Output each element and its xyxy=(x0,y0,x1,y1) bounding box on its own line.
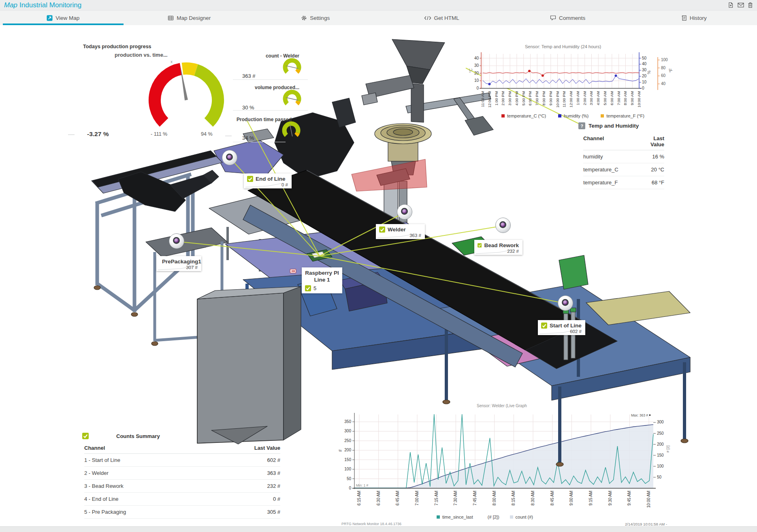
page-title-prefix: Map xyxy=(4,1,17,9)
svg-text:7:00 PM: 7:00 PM xyxy=(535,91,539,105)
tab-view-map[interactable]: View Map xyxy=(0,11,126,25)
tab-label: Get HTML xyxy=(434,15,459,21)
svg-text:%: % xyxy=(647,71,651,74)
tab-history[interactable]: History xyxy=(631,11,757,25)
svg-text:40: 40 xyxy=(661,81,666,86)
table-row[interactable]: temperature_C20 °C xyxy=(583,163,664,176)
prtg-version-text: PRTG Network Monitor 18.4.46.1736 xyxy=(341,522,401,526)
temp-humidity-table: ChannelLast Valuehumidity16 %temperature… xyxy=(583,134,664,189)
page-title: MapIndustrial Monitoring xyxy=(4,1,81,9)
svg-text:3:00 PM: 3:00 PM xyxy=(508,91,512,105)
svg-text:12:00 PM: 12:00 PM xyxy=(487,91,492,108)
sensor-label-welder[interactable]: Welder 363 # xyxy=(376,224,425,239)
tab-label: Comments xyxy=(559,15,585,21)
welder-chart-legend: time_since_last(# [2])count (#) xyxy=(437,515,533,519)
table-row[interactable]: 1 - Start of Line602 # xyxy=(84,454,280,467)
table-header: ChannelLast Value xyxy=(583,134,664,150)
tab-label: Settings xyxy=(310,15,330,21)
sensor-label-end-of-line[interactable]: End of Line 0 # xyxy=(244,173,292,188)
svg-text:5:00 AM: 5:00 AM xyxy=(603,91,607,105)
svg-text:9:00 PM: 9:00 PM xyxy=(548,91,553,105)
map-designer-icon xyxy=(168,15,174,21)
tab-comments[interactable]: Comments xyxy=(505,11,631,25)
table-row[interactable]: 2 - Welder363 # xyxy=(84,467,280,480)
production-gauge[interactable]: x xyxy=(134,58,239,139)
tab-bar: View Map Map Designer Settings Get HTML … xyxy=(0,11,757,25)
table-row[interactable]: humidity16 % xyxy=(583,150,664,163)
webcam-end-of-line[interactable] xyxy=(222,150,238,166)
counts-summary-title: Counts Summary xyxy=(116,433,160,439)
svg-text:20: 20 xyxy=(642,74,647,78)
get-html-icon xyxy=(424,15,431,21)
gauge-marker: x xyxy=(171,60,173,64)
comments-icon xyxy=(550,15,556,21)
legend-item: temperature_C (°C) xyxy=(501,113,546,118)
sensor-label-bead-rework[interactable]: Bead Rework 232 # xyxy=(474,240,522,255)
tab-get-html[interactable]: Get HTML xyxy=(379,11,505,25)
table-row[interactable]: 5 - Pre Packaging305 # xyxy=(84,506,280,519)
svg-text:1:00 PM: 1:00 PM xyxy=(494,91,499,105)
svg-text:Sensor: Temp and Humidity (24: Sensor: Temp and Humidity (24 hours) xyxy=(525,44,601,49)
delete-icon[interactable] xyxy=(748,2,753,8)
checkbox-icon[interactable] xyxy=(82,433,89,439)
mini-gauge-count-welder[interactable] xyxy=(281,55,303,78)
webcam-prepackaging[interactable] xyxy=(169,233,185,250)
tab-map-designer[interactable]: Map Designer xyxy=(126,11,253,25)
sensor-label-prepackaging[interactable]: PrePackaging1 307 # xyxy=(156,256,201,271)
svg-text:4:00 PM: 4:00 PM xyxy=(514,91,519,105)
temp-humidity-chart[interactable]: Sensor: Temp and Humidity (24 hours)0102… xyxy=(466,43,687,124)
production-panel-title: Todays production progress xyxy=(83,44,151,49)
mini-gauge-volume[interactable] xyxy=(281,87,303,109)
svg-text:80: 80 xyxy=(661,66,666,70)
checkbox-icon xyxy=(379,226,385,233)
table-header: ChannelLast Value xyxy=(84,443,280,454)
svg-text:50: 50 xyxy=(642,56,647,60)
counts-summary-table: ChannelLast Value1 - Start of Line602 #2… xyxy=(84,443,280,519)
production-gauge-value: -3.27 % xyxy=(87,130,109,138)
table-row[interactable]: 3 - Bead Rework232 # xyxy=(84,480,280,493)
legend-item: humidity (%) xyxy=(558,113,589,118)
map-marker-chip xyxy=(290,269,296,273)
mini-gauge-time-passed[interactable] xyxy=(280,118,303,141)
table-row[interactable]: 4 - End of Line0 # xyxy=(84,493,280,506)
sensor-value: 0 # xyxy=(247,182,288,187)
svg-text:40: 40 xyxy=(642,62,647,66)
device-label-raspberry-pi[interactable]: Raspberry PILine 1 5 xyxy=(302,267,342,293)
temp-chart-legend: temperature_C (°C)humidity (%)temperatur… xyxy=(501,113,644,118)
view-map-icon xyxy=(47,15,53,21)
sensor-label-start-of-line[interactable]: Start of Line 602 # xyxy=(538,320,585,335)
svg-text:10:00 AM: 10:00 AM xyxy=(637,91,641,107)
webcam-start-of-line[interactable] xyxy=(558,295,574,312)
svg-text:7:00 AM: 7:00 AM xyxy=(616,91,621,105)
svg-text:11:00 AM: 11:00 AM xyxy=(480,91,485,107)
svg-text:40: 40 xyxy=(474,56,479,60)
tab-settings[interactable]: Settings xyxy=(252,11,379,25)
email-icon[interactable] xyxy=(738,2,744,8)
webcam-bead-rework[interactable] xyxy=(495,218,512,234)
svg-text:°C: °C xyxy=(469,68,473,73)
svg-text:11:00 PM: 11:00 PM xyxy=(562,91,566,107)
help-icon[interactable]: ? xyxy=(578,122,585,129)
svg-text:100: 100 xyxy=(661,58,668,62)
timestamp-text: 2/14/2019 10:01:58 AM - xyxy=(625,522,667,526)
device-value: 5 xyxy=(313,285,316,291)
svg-text:9:00 AM: 9:00 AM xyxy=(630,91,634,105)
webcam-welder[interactable] xyxy=(397,204,413,220)
sensor-value: 232 # xyxy=(478,249,519,254)
svg-text:5:00 PM: 5:00 PM xyxy=(521,91,526,105)
add-report-icon[interactable] xyxy=(728,2,734,8)
svg-text:6:00 PM: 6:00 PM xyxy=(528,91,532,105)
tab-label: History xyxy=(690,15,707,21)
svg-text:10: 10 xyxy=(642,80,647,84)
tab-label: Map Designer xyxy=(177,15,211,21)
svg-text:2:00 AM: 2:00 AM xyxy=(582,91,587,105)
production-gauge-max: 94 % xyxy=(201,131,213,137)
checkbox-icon xyxy=(247,176,253,182)
checkbox-icon xyxy=(541,323,547,329)
production-gauge-min: - 111 % xyxy=(151,131,167,137)
svg-text:0: 0 xyxy=(476,86,479,90)
table-row[interactable]: temperature_F68 °F xyxy=(583,176,664,189)
sensor-value: 307 # xyxy=(160,265,198,270)
svg-text:°F: °F xyxy=(669,68,673,73)
svg-text:8:00 PM: 8:00 PM xyxy=(542,91,546,105)
